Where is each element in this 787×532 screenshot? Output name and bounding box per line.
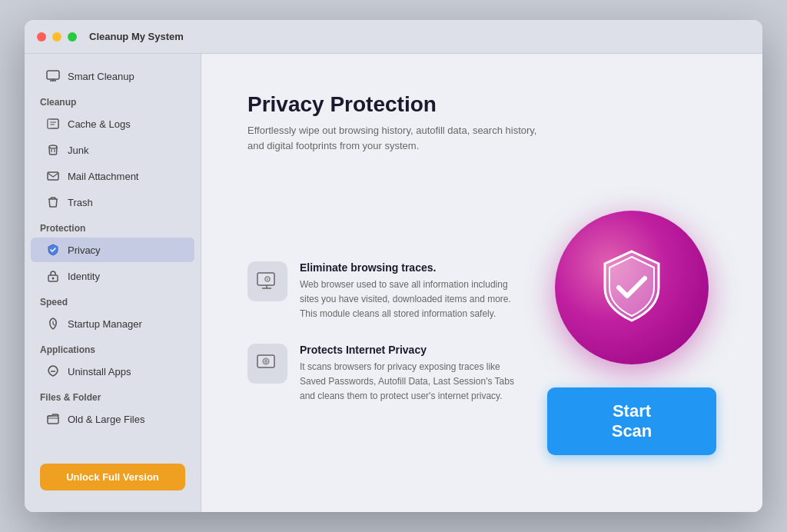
svg-rect-14 (48, 416, 58, 424)
svg-point-7 (49, 145, 57, 148)
feature-text-internet-privacy: Protects Internet Privacy It scans brows… (300, 344, 516, 404)
cache-logs-icon (46, 117, 60, 131)
shield-circle (555, 211, 709, 364)
sidebar-item-junk[interactable]: Junk (31, 138, 194, 162)
sidebar-item-startup-manager-label: Startup Manager (68, 318, 142, 330)
sidebar-item-uninstall-apps[interactable]: Uninstall Apps (31, 359, 194, 384)
maximize-button[interactable] (68, 32, 77, 42)
page-subtitle: Effortlessly wipe out browsing history, … (247, 123, 540, 153)
sidebar-item-startup-manager[interactable]: Startup Manager (31, 311, 194, 336)
uninstall-apps-icon (46, 364, 60, 378)
feature-text-browsing-traces: Eliminate browsing traces. Web browser u… (300, 261, 516, 322)
feature-item-internet-privacy: Protects Internet Privacy It scans brows… (247, 344, 516, 404)
trash-icon (46, 195, 60, 209)
content-area: Smart Cleanup Cleanup Cache & Logs (25, 54, 762, 512)
right-panel: Start Scan (547, 211, 716, 455)
svg-rect-15 (257, 273, 274, 285)
files-icon (46, 412, 60, 426)
feature-icon-eye (247, 261, 287, 301)
svg-rect-6 (48, 119, 51, 128)
monitor-icon (46, 69, 60, 83)
sidebar-section-protection: Protection (25, 215, 201, 237)
main-content: Privacy Protection Effortlessly wipe out… (201, 54, 762, 512)
sidebar: Smart Cleanup Cleanup Cache & Logs (25, 54, 201, 512)
start-scan-button[interactable]: Start Scan (547, 387, 716, 455)
minimize-button[interactable] (52, 32, 61, 42)
sidebar-item-identity[interactable]: Identity (31, 264, 194, 288)
sidebar-section-cleanup: Cleanup (25, 89, 201, 111)
sidebar-section-speed: Speed (25, 289, 201, 311)
junk-icon (46, 143, 60, 157)
sidebar-section-applications: Applications (25, 337, 201, 358)
sidebar-item-old-large-files-label: Old & Large Files (68, 414, 144, 425)
feature-title-browsing-traces: Eliminate browsing traces. (300, 261, 516, 274)
sidebar-item-privacy-label: Privacy (68, 244, 101, 256)
feature-desc-internet-privacy: It scans browsers for privacy exposing t… (300, 360, 516, 404)
sidebar-item-smart-cleanup[interactable]: Smart Cleanup (31, 64, 194, 88)
svg-point-12 (52, 278, 55, 280)
sidebar-item-trash-label: Trash (68, 197, 93, 208)
sidebar-item-cache-logs[interactable]: Cache & Logs (31, 111, 194, 136)
sidebar-item-identity-label: Identity (68, 271, 100, 282)
privacy-shield-icon (46, 243, 60, 257)
mail-icon (46, 169, 60, 183)
feature-desc-browsing-traces: Web browser used to save all information… (300, 278, 516, 322)
svg-rect-10 (48, 172, 58, 180)
svg-point-19 (267, 278, 268, 280)
sidebar-item-cache-logs-label: Cache & Logs (68, 118, 131, 130)
features-list: Eliminate browsing traces. Web browser u… (247, 261, 516, 404)
sidebar-item-old-large-files[interactable]: Old & Large Files (31, 407, 194, 431)
titlebar: Cleanup My System (25, 20, 762, 54)
sidebar-item-mail-attachment[interactable]: Mail Attachment (31, 164, 194, 188)
window-title: Cleanup My System (89, 31, 184, 42)
sidebar-footer: Unlock Full Version (25, 451, 201, 503)
page-title: Privacy Protection (247, 92, 716, 117)
identity-lock-icon (46, 269, 60, 283)
sidebar-item-uninstall-apps-label: Uninstall Apps (68, 366, 131, 377)
feature-item-browsing-traces: Eliminate browsing traces. Web browser u… (247, 261, 516, 322)
sidebar-item-trash[interactable]: Trash (31, 190, 194, 214)
svg-rect-0 (47, 71, 59, 79)
close-button[interactable] (37, 32, 46, 42)
sidebar-item-junk-label: Junk (68, 145, 88, 156)
startup-icon (46, 317, 60, 331)
app-window: Cleanup My System Smart Cleanup Cleanup (25, 20, 762, 512)
features-and-icon-container: Eliminate browsing traces. Web browser u… (247, 184, 716, 481)
sidebar-item-smart-cleanup-label: Smart Cleanup (68, 71, 134, 82)
feature-icon-globe (247, 344, 287, 384)
sidebar-item-privacy[interactable]: Privacy (31, 238, 194, 262)
feature-title-internet-privacy: Protects Internet Privacy (300, 344, 516, 356)
sidebar-item-mail-attachment-label: Mail Attachment (68, 171, 139, 182)
sidebar-section-files-folder: Files & Folder (25, 384, 201, 406)
unlock-full-version-button[interactable]: Unlock Full Version (40, 464, 185, 490)
